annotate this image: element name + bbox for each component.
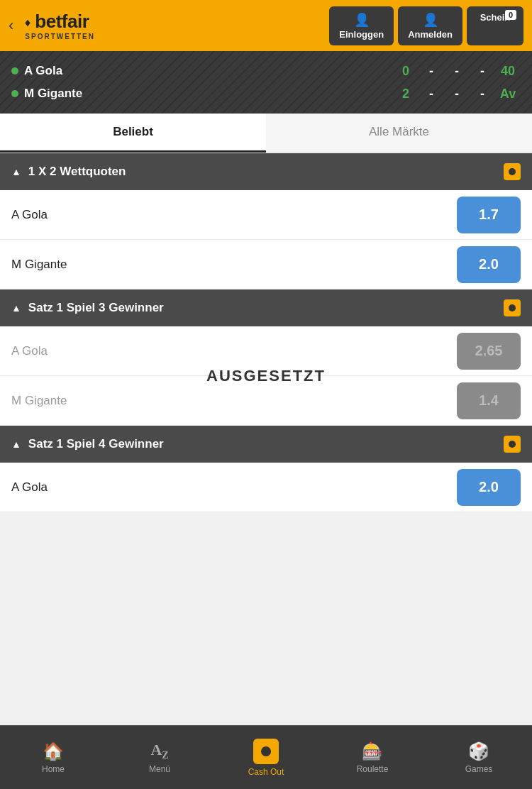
bottom-nav: 🏠 Home AZ Menü Cash Out 🎰 Roulette 🎲 Gam…	[0, 725, 532, 789]
nav-menu-label: Menü	[149, 764, 170, 774]
section1-icon-dot	[509, 168, 516, 175]
games-icon: 🎲	[468, 741, 489, 761]
login-button[interactable]: 👤 Einloggen	[329, 6, 394, 45]
score-team1-right: 40	[501, 60, 515, 82]
register-icon: 👤	[423, 12, 438, 28]
header-buttons: 👤 Einloggen 👤 Anmelden 0 Schein	[329, 6, 523, 45]
section3-chevron: ▲	[11, 438, 21, 450]
nav-home-label: Home	[42, 764, 65, 774]
header: ‹ ⬧ betfair SPORTWETTEN 👤 Einloggen 👤 An…	[0, 0, 532, 51]
score-team2-s3: -	[480, 82, 484, 105]
odds-mgigante-1x2[interactable]: 2.0	[457, 246, 521, 283]
score-col-main: 0 2	[393, 60, 419, 105]
roulette-icon: 🎰	[362, 741, 383, 761]
tab-alle-maerkte[interactable]: Alle Märkte	[266, 114, 532, 153]
score-team1-main: 0	[402, 60, 409, 82]
score-col-s1: - -	[419, 60, 444, 105]
section2-icon	[504, 299, 521, 316]
odds-agola-s4[interactable]: 2.0	[457, 469, 521, 506]
slip-button[interactable]: 0 Schein	[467, 6, 523, 45]
score-col-s3: - -	[470, 60, 495, 105]
team2-row: M Gigante	[11, 82, 393, 105]
cashout-icon	[253, 739, 279, 764]
score-team2-main: 2	[402, 82, 409, 105]
section2-title: Satz 1 Spiel 3 Gewinner	[28, 301, 497, 315]
logo-sub: SPORTWETTEN	[25, 33, 95, 40]
score-team1-s1: -	[429, 60, 433, 82]
back-button[interactable]: ‹	[9, 16, 13, 35]
section1-title: 1 X 2 Wettquoten	[28, 165, 497, 179]
section3-title: Satz 1 Spiel 4 Gewinner	[28, 437, 497, 451]
score-team1-s3: -	[480, 60, 484, 82]
score-team2-s2: -	[455, 82, 459, 105]
logo: ⬧ betfair SPORTWETTEN	[23, 11, 322, 40]
team1-name: A Gola	[24, 64, 393, 78]
logo-text: betfair	[35, 11, 89, 33]
bet-label-agola-1x2: A Gola	[11, 208, 457, 222]
login-label: Einloggen	[339, 29, 384, 40]
home-icon: 🏠	[43, 741, 64, 761]
register-label: Anmelden	[408, 29, 453, 40]
section2-icon-dot	[509, 304, 516, 311]
match-score: A Gola M Gigante 0 2 - - - - - - 40 Av	[0, 51, 532, 114]
nav-cashout[interactable]: Cash Out	[213, 726, 319, 789]
nav-games[interactable]: 🎲 Games	[426, 726, 532, 789]
section1-header[interactable]: ▲ 1 X 2 Wettquoten	[0, 153, 532, 190]
bet-label-mgigante-1x2: M Gigante	[11, 258, 457, 272]
section3-header[interactable]: ▲ Satz 1 Spiel 4 Gewinner	[0, 426, 532, 463]
score-team2-right: Av	[500, 82, 516, 105]
tab-beliebt[interactable]: Beliebt	[0, 114, 266, 153]
match-teams: A Gola M Gigante	[11, 60, 393, 105]
team1-indicator	[11, 67, 18, 75]
market-tabs: Beliebt Alle Märkte	[0, 114, 532, 153]
score-team2-s1: -	[429, 82, 433, 105]
register-button[interactable]: 👤 Anmelden	[398, 6, 462, 45]
bet-row-mgigante-1x2: M Gigante 2.0	[0, 240, 532, 289]
suspended-overlay: AUSGESETZT	[0, 326, 532, 426]
menu-icon: AZ	[150, 741, 168, 761]
login-icon: 👤	[354, 12, 370, 28]
team2-indicator	[11, 90, 18, 97]
nav-cashout-label: Cash Out	[248, 767, 284, 777]
bet-row-agola-1x2: A Gola 1.7	[0, 190, 532, 240]
section1-chevron: ▲	[11, 166, 21, 177]
logo-icon: ⬧	[23, 13, 32, 30]
odds-agola-1x2[interactable]: 1.7	[457, 197, 521, 233]
score-col-right: 40 Av	[495, 60, 521, 105]
slip-count: 0	[505, 10, 516, 20]
score-columns: 0 2 - - - - - - 40 Av	[393, 60, 521, 105]
score-team1-s2: -	[455, 60, 459, 82]
main-content: ▲ 1 X 2 Wettquoten A Gola 1.7 M Gigante …	[0, 153, 532, 576]
section1-icon	[504, 163, 521, 180]
nav-games-label: Games	[465, 764, 493, 774]
score-col-s2: - -	[444, 60, 470, 105]
nav-home[interactable]: 🏠 Home	[0, 726, 106, 789]
team2-name: M Gigante	[24, 87, 393, 101]
nav-roulette-label: Roulette	[357, 764, 389, 774]
section2-chevron: ▲	[11, 302, 21, 314]
cashout-inner-dot	[261, 746, 271, 756]
bet-row-agola-s4: A Gola 2.0	[0, 463, 532, 512]
suspended-text: AUSGESETZT	[206, 367, 326, 385]
nav-roulette[interactable]: 🎰 Roulette	[319, 726, 426, 789]
section2-header[interactable]: ▲ Satz 1 Spiel 3 Gewinner	[0, 289, 532, 326]
section2-body: AUSGESETZT A Gola 2.65 M Gigante 1.4	[0, 326, 532, 426]
team1-row: A Gola	[11, 60, 393, 82]
bet-label-agola-s4: A Gola	[11, 480, 457, 495]
section3-icon-dot	[509, 441, 516, 448]
section3-icon	[504, 436, 521, 453]
nav-menu[interactable]: AZ Menü	[106, 726, 213, 789]
